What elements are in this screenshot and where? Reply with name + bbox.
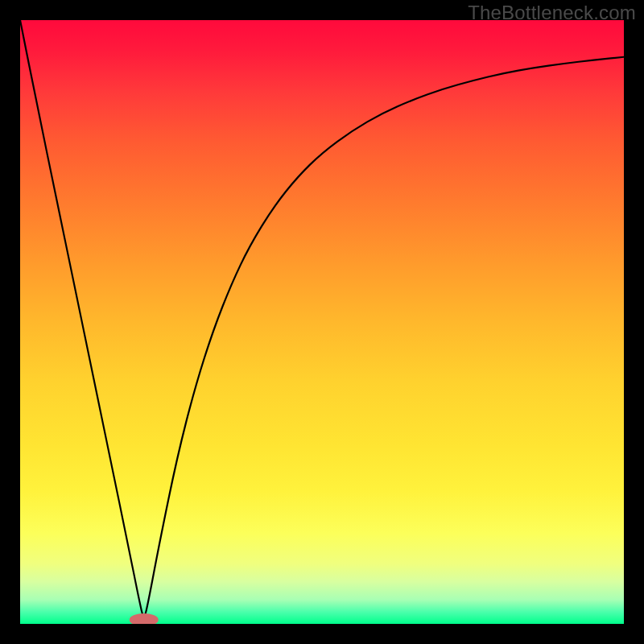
plot-svg: [20, 20, 624, 624]
plot-area: [20, 20, 624, 624]
bottleneck-curve: [20, 20, 624, 616]
watermark-text: TheBottleneck.com: [468, 2, 636, 24]
min-marker: [130, 613, 159, 624]
chart-container: TheBottleneck.com: [0, 0, 644, 644]
